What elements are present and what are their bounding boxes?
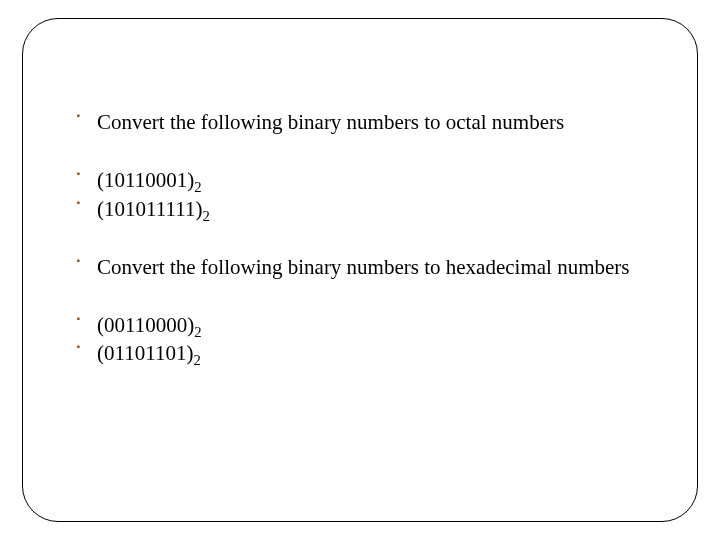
list-item: ་ Convert the following binary numbers t… <box>73 254 647 280</box>
list-item: ་ (01101101)2 <box>73 340 647 366</box>
binary-value: (101011111) <box>97 197 202 221</box>
item-text: Convert the following binary numbers to … <box>97 109 647 135</box>
bullet-icon: ་ <box>73 254 97 280</box>
spacer <box>73 137 647 167</box>
binary-value: (10110001) <box>97 168 194 192</box>
item-text: Convert the following binary numbers to … <box>97 254 647 280</box>
item-text: (01101101)2 <box>97 340 647 366</box>
bullet-icon: ་ <box>73 167 97 193</box>
base-subscript: 2 <box>194 179 201 195</box>
spacer <box>73 224 647 254</box>
binary-value: (01101101) <box>97 341 193 365</box>
list-item: ་ Convert the following binary numbers t… <box>73 109 647 135</box>
bullet-icon: ་ <box>73 312 97 338</box>
base-subscript: 2 <box>202 208 209 224</box>
slide-content: ་ Convert the following binary numbers t… <box>73 109 647 367</box>
bullet-icon: ་ <box>73 109 97 135</box>
bullet-icon: ་ <box>73 340 97 366</box>
base-subscript: 2 <box>194 324 201 340</box>
list-item: ་ (10110001)2 <box>73 167 647 193</box>
list-item: ་ (00110000)2 <box>73 312 647 338</box>
list-item: ་ (101011111)2 <box>73 196 647 222</box>
spacer <box>73 282 647 312</box>
base-subscript: 2 <box>193 352 200 368</box>
item-text: (101011111)2 <box>97 196 647 222</box>
item-text: (10110001)2 <box>97 167 647 193</box>
item-text: (00110000)2 <box>97 312 647 338</box>
binary-value: (00110000) <box>97 313 194 337</box>
bullet-icon: ་ <box>73 196 97 222</box>
slide: ་ Convert the following binary numbers t… <box>0 0 720 540</box>
slide-frame: ་ Convert the following binary numbers t… <box>22 18 698 522</box>
